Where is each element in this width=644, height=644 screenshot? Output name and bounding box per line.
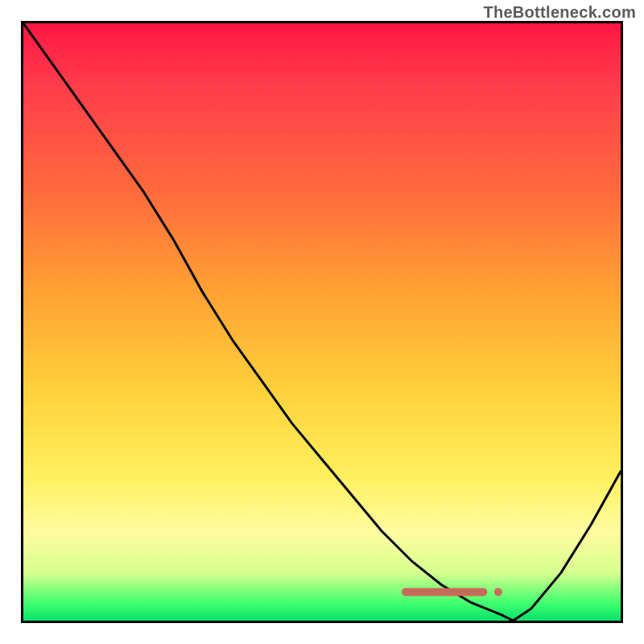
chart-plot-area — [21, 21, 623, 623]
chart-svg — [23, 23, 621, 621]
optimum-marker-dot — [494, 588, 502, 596]
attribution-text: TheBottleneck.com — [483, 3, 636, 22]
bottleneck-curve — [23, 23, 621, 621]
